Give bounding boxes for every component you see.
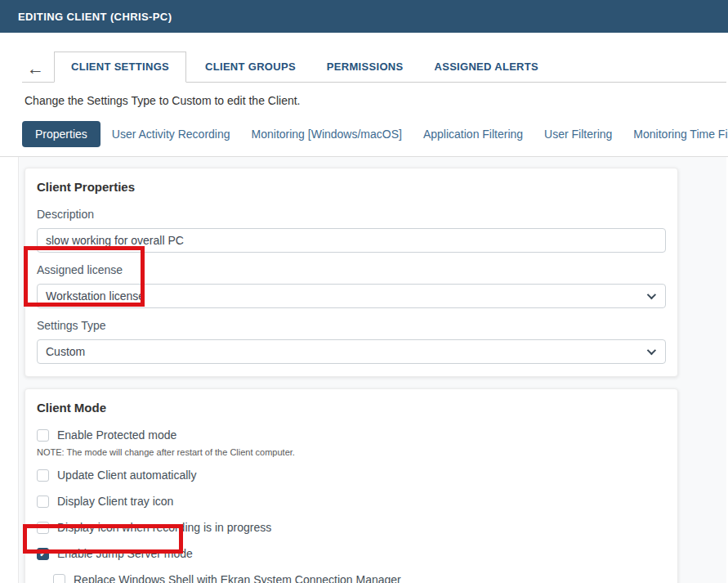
checkbox-label: Display icon when recording is in progre… (57, 521, 271, 534)
checkbox-label: Update Client automatically (57, 469, 196, 482)
description-label: Description (37, 208, 666, 221)
update-client-automatically-checkbox[interactable] (37, 469, 49, 482)
subtab-user-activity-recording[interactable]: User Activity Recording (112, 128, 230, 141)
settings-type-select[interactable]: Custom (37, 339, 666, 364)
checkbox-label: Enable Jump Server mode (57, 547, 193, 560)
tab-bar: ← CLIENT SETTINGS CLIENT GROUPS PERMISSI… (22, 52, 726, 83)
assigned-license-label: Assigned license (37, 263, 666, 276)
tab-bar-wrap: ← CLIENT SETTINGS CLIENT GROUPS PERMISSI… (22, 33, 726, 83)
description-input[interactable]: slow working for overall PC (37, 228, 666, 253)
tab-assigned-alerts[interactable]: ASSIGNED ALERTS (422, 52, 551, 82)
enable-protected-mode-checkbox[interactable] (37, 429, 49, 442)
description-input-value: slow working for overall PC (46, 234, 184, 247)
protected-mode-note: NOTE: The mode will change after restart… (37, 447, 666, 457)
subtab-properties[interactable]: Properties (22, 121, 100, 147)
tab-client-groups[interactable]: CLIENT GROUPS (193, 52, 308, 82)
chevron-down-icon (647, 290, 656, 299)
assigned-license-select[interactable]: Workstation license (37, 284, 666, 308)
checkbox-row-display-icon-when-recording: Display icon when recording is in progre… (37, 521, 666, 534)
content-area: Client Properties Description slow worki… (18, 157, 726, 583)
replace-windows-shell-checkbox[interactable] (53, 574, 65, 583)
back-arrow-icon[interactable]: ← (22, 58, 54, 82)
checkbox-row-display-client-tray-icon: Display Client tray icon (37, 495, 666, 508)
checkbox-label: Display Client tray icon (57, 495, 173, 508)
checkbox-label: Enable Protected mode (57, 428, 176, 442)
display-icon-when-recording-checkbox[interactable] (37, 522, 49, 534)
checkbox-row-update-client-automatically: Update Client automatically (37, 469, 666, 482)
app-header: EDITING CLIENT (CHRIS-PC) (0, 0, 728, 33)
subtab-user-filtering[interactable]: User Filtering (544, 128, 612, 141)
subtab-application-filtering[interactable]: Application Filtering (423, 128, 523, 141)
tab-permissions[interactable]: PERMISSIONS (315, 52, 416, 82)
settings-type-value: Custom (46, 345, 85, 358)
tab-client-settings[interactable]: CLIENT SETTINGS (54, 52, 186, 83)
card-title: Client Properties (37, 180, 666, 194)
checkbox-row-enable-protected-mode: Enable Protected mode (37, 428, 666, 442)
client-mode-card: Client Mode Enable Protected mode NOTE: … (25, 388, 678, 583)
checkbox-row-enable-jump-server-mode: ✓ Enable Jump Server mode (37, 547, 666, 560)
chevron-down-icon (647, 346, 656, 355)
client-properties-card: Client Properties Description slow worki… (25, 168, 678, 377)
settings-type-label: Settings Type (37, 319, 666, 332)
assigned-license-value: Workstation license (46, 289, 145, 303)
subtab-monitoring-time-filtering[interactable]: Monitoring Time Filtering (633, 128, 728, 141)
subtab-bar: Properties User Activity Recording Monit… (22, 121, 728, 147)
card-title: Client Mode (37, 401, 666, 415)
checkbox-label: Replace Windows Shell with Ekran System … (74, 573, 401, 583)
checkmark-icon: ✓ (39, 549, 47, 558)
display-client-tray-icon-checkbox[interactable] (37, 496, 49, 508)
settings-notice: Change the Settings Type to Custom to ed… (25, 94, 728, 107)
checkbox-row-replace-windows-shell: Replace Windows Shell with Ekran System … (53, 573, 666, 583)
enable-jump-server-mode-checkbox[interactable]: ✓ (37, 548, 49, 560)
page-title: EDITING CLIENT (CHRIS-PC) (18, 11, 172, 23)
subtab-monitoring-windows-macos[interactable]: Monitoring [Windows/macOS] (252, 128, 402, 141)
